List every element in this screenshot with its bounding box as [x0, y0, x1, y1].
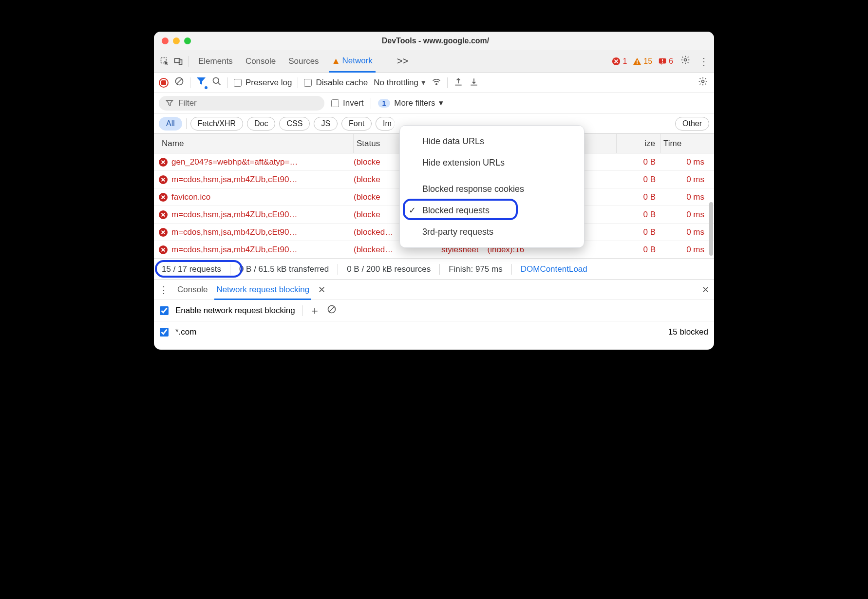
chip-img[interactable]: Im — [376, 117, 395, 131]
pattern-blocked-count: 15 blocked — [668, 327, 708, 337]
svg-point-9 — [684, 59, 687, 61]
errors-badge[interactable]: 1 — [612, 57, 627, 66]
svg-point-13 — [702, 80, 704, 83]
pattern-enabled-checkbox[interactable] — [160, 328, 169, 337]
chip-fetch-xhr[interactable]: Fetch/XHR — [190, 117, 243, 131]
error-icon — [159, 158, 168, 167]
window-controls — [162, 37, 191, 44]
svg-rect-7 — [662, 59, 663, 61]
filter-hide-extension-urls[interactable]: Hide extension URLs — [400, 152, 584, 173]
window-title: DevTools - www.google.com/ — [191, 37, 680, 45]
devtools-window: DevTools - www.google.com/ Elements Cons… — [154, 32, 714, 350]
col-time[interactable]: Time — [660, 134, 709, 153]
more-filters-dropdown: Hide data URLs Hide extension URLs Block… — [399, 125, 585, 248]
close-drawer-icon[interactable]: ✕ — [702, 284, 709, 295]
issues-badge[interactable]: 6 — [658, 57, 673, 66]
enable-blocking-label: Enable network request blocking — [175, 306, 295, 316]
filter-input[interactable]: Filter — [159, 96, 324, 111]
add-pattern-button[interactable]: ＋ — [309, 303, 320, 318]
drawer-more-icon[interactable]: ⋮ — [159, 284, 169, 296]
chip-js[interactable]: JS — [314, 117, 338, 131]
titlebar: DevTools - www.google.com/ — [154, 32, 714, 50]
filter-bar: Filter Invert 1 More filters ▾ — [154, 93, 714, 113]
import-har-icon[interactable] — [469, 77, 479, 88]
warnings-badge[interactable]: 15 — [633, 57, 652, 66]
filter-blocked-requests[interactable]: ✓ Blocked requests — [400, 200, 584, 221]
requests-count: 15 / 17 requests — [159, 264, 221, 274]
tab-elements[interactable]: Elements — [198, 51, 233, 72]
error-icon — [159, 193, 168, 202]
chip-other[interactable]: Other — [675, 117, 709, 131]
chip-doc[interactable]: Doc — [247, 117, 275, 131]
filter-third-party[interactable]: 3rd-party requests — [400, 221, 584, 243]
filter-count-badge: 1 — [378, 99, 391, 108]
close-tab-icon[interactable]: ✕ — [318, 284, 325, 295]
status-badges: 1 15 6 ⋮ — [612, 55, 710, 67]
caret-down-icon: ▾ — [421, 77, 426, 88]
warning-icon: ▲ — [332, 56, 340, 66]
more-options-icon[interactable]: ⋮ — [698, 56, 710, 67]
network-status-bar: 15 / 17 requests 0 B / 61.5 kB transferr… — [154, 259, 714, 279]
more-tabs-button[interactable]: >> — [397, 56, 408, 67]
filter-hide-data-urls[interactable]: Hide data URLs — [400, 131, 584, 152]
network-toolbar: Preserve log Disable cache No throttling… — [154, 73, 714, 93]
caret-down-icon: ▾ — [439, 98, 443, 108]
error-icon — [159, 245, 168, 254]
panel-tabs-bar: Elements Console Sources ▲Network >> 1 1… — [154, 50, 714, 73]
error-icon — [159, 228, 168, 237]
domcontentloaded-time: DOMContentLoad — [521, 264, 587, 274]
invert-checkbox[interactable]: Invert — [331, 98, 364, 108]
error-icon — [159, 210, 168, 219]
check-icon: ✓ — [409, 205, 416, 216]
throttling-select[interactable]: No throttling ▾ — [374, 77, 426, 88]
svg-rect-5 — [637, 63, 638, 64]
disable-cache-checkbox[interactable]: Disable cache — [304, 78, 368, 88]
finish-time: Finish: 975 ms — [449, 264, 503, 274]
preserve-log-checkbox[interactable]: Preserve log — [234, 78, 292, 88]
enable-blocking-checkbox[interactable] — [160, 306, 169, 315]
close-window-button[interactable] — [162, 37, 169, 44]
drawer-tab-console[interactable]: Console — [177, 280, 208, 300]
device-toolbar-icon[interactable] — [171, 56, 185, 66]
tab-console[interactable]: Console — [245, 51, 276, 72]
clear-button[interactable] — [174, 76, 184, 89]
svg-rect-4 — [637, 60, 638, 62]
filter-blocked-cookies[interactable]: Blocked response cookies — [400, 178, 584, 200]
tab-sources[interactable]: Sources — [288, 51, 319, 72]
scrollbar[interactable] — [709, 202, 713, 256]
export-har-icon[interactable] — [453, 77, 463, 88]
search-icon[interactable] — [212, 76, 222, 89]
network-settings-icon[interactable] — [697, 76, 709, 89]
svg-point-12 — [436, 84, 437, 85]
record-button[interactable] — [159, 78, 169, 88]
panel-tabs: Elements Console Sources ▲Network >> — [198, 50, 408, 72]
chip-font[interactable]: Font — [341, 117, 372, 131]
col-size[interactable]: ize — [617, 134, 660, 153]
chip-all[interactable]: All — [159, 117, 182, 131]
svg-rect-8 — [662, 61, 663, 62]
network-conditions-icon[interactable] — [432, 77, 441, 88]
settings-icon[interactable] — [679, 55, 692, 67]
tab-network[interactable]: ▲Network — [332, 50, 373, 72]
drawer-tabs: ⋮ Console Network request blocking ✕ ✕ — [154, 279, 714, 300]
chip-css[interactable]: CSS — [279, 117, 310, 131]
inspect-icon[interactable] — [158, 56, 171, 66]
filter-toggle-icon[interactable] — [196, 77, 206, 88]
svg-point-11 — [213, 78, 219, 84]
minimize-window-button[interactable] — [173, 37, 180, 44]
drawer-tab-blocking[interactable]: Network request blocking — [216, 280, 309, 300]
error-icon — [159, 175, 168, 184]
more-filters-button[interactable]: 1 More filters ▾ — [378, 98, 444, 108]
pattern-text: *.com — [175, 327, 196, 337]
zoom-window-button[interactable] — [184, 37, 191, 44]
blocking-pattern-row[interactable]: *.com 15 blocked — [154, 321, 714, 343]
drawer-body: Enable network request blocking ＋ *.com … — [154, 300, 714, 350]
transferred-size: 0 B / 61.5 kB transferred — [239, 264, 329, 274]
resources-size: 0 B / 200 kB resources — [347, 264, 431, 274]
remove-all-patterns-button[interactable] — [327, 304, 337, 317]
col-name[interactable]: Name — [159, 134, 354, 153]
blocking-toolbar: Enable network request blocking ＋ — [154, 300, 714, 321]
